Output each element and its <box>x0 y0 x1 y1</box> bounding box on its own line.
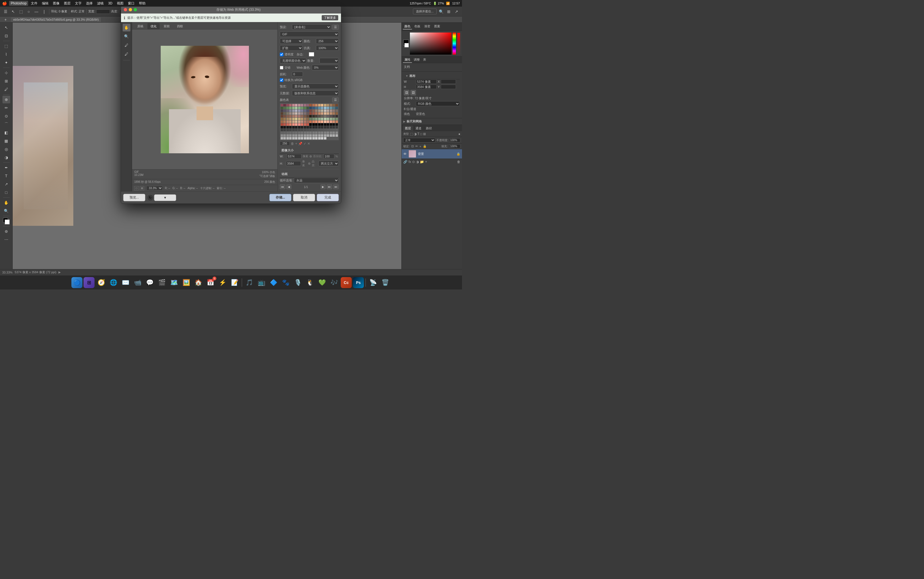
color-cell[interactable] <box>309 112 312 115</box>
ct-trash-icon[interactable]: 🗑 <box>291 142 294 146</box>
color-cell[interactable] <box>333 110 335 112</box>
dlg-tool-zoom[interactable]: 🔍 <box>122 33 131 40</box>
color-cell[interactable] <box>292 118 295 120</box>
color-cell[interactable] <box>324 118 327 120</box>
color-cell[interactable] <box>298 137 300 139</box>
color-cell[interactable] <box>321 104 323 106</box>
color-cell[interactable] <box>289 104 292 106</box>
color-cell[interactable] <box>315 129 318 131</box>
color-cell[interactable] <box>330 110 332 112</box>
color-cell[interactable] <box>298 115 300 118</box>
color-cell[interactable] <box>330 115 332 118</box>
websnap-select[interactable]: 0% <box>312 65 339 70</box>
color-cell[interactable] <box>327 131 329 134</box>
color-cell[interactable] <box>301 121 303 123</box>
quality-select[interactable]: 两次立方 <box>318 161 339 166</box>
color-cell[interactable] <box>318 134 321 137</box>
done-btn[interactable]: 完成 <box>317 194 339 201</box>
color-cell[interactable] <box>309 115 312 118</box>
color-cell[interactable] <box>321 112 323 115</box>
color-cell[interactable] <box>289 110 292 112</box>
color-cell[interactable] <box>327 107 329 109</box>
color-cell[interactable] <box>304 112 306 115</box>
color-cell[interactable] <box>324 115 327 118</box>
color-cell[interactable] <box>295 134 297 137</box>
color-cell[interactable] <box>281 129 283 131</box>
color-cell[interactable] <box>292 107 295 109</box>
simulate-select[interactable]: 100% <box>316 45 339 51</box>
color-cell[interactable] <box>324 131 327 134</box>
color-cell[interactable] <box>309 137 312 139</box>
color-cell[interactable] <box>295 129 297 131</box>
menu-file[interactable]: 文件 <box>29 0 39 7</box>
color-cell[interactable] <box>292 112 295 115</box>
color-cell[interactable] <box>283 112 286 115</box>
color-cell[interactable] <box>304 137 306 139</box>
color-cell[interactable] <box>283 115 286 118</box>
color-cell[interactable] <box>321 107 323 109</box>
percent-input[interactable] <box>323 154 335 159</box>
color-cell[interactable] <box>312 129 315 131</box>
color-cell[interactable] <box>330 134 332 137</box>
color-cell[interactable] <box>301 123 303 126</box>
preview-tab-optimized[interactable]: 优化 <box>147 23 160 29</box>
color-cell[interactable] <box>304 129 306 131</box>
color-cell[interactable] <box>309 131 312 134</box>
color-cell[interactable] <box>333 118 335 120</box>
color-cell[interactable] <box>324 107 327 109</box>
dlg-tool-hand[interactable]: ✋ <box>122 24 131 31</box>
color-cell[interactable] <box>335 131 338 134</box>
color-cell[interactable] <box>298 118 300 120</box>
amount-select[interactable] <box>320 58 339 64</box>
color-cell[interactable] <box>321 115 323 118</box>
preview-image-area[interactable] <box>132 29 277 169</box>
color-cell[interactable] <box>286 123 289 126</box>
color-cell[interactable] <box>292 121 295 123</box>
color-cell[interactable] <box>309 110 312 112</box>
color-cell[interactable] <box>335 112 338 115</box>
ct-delete-icon[interactable]: ✕ <box>307 142 310 146</box>
color-cell[interactable] <box>327 104 329 106</box>
color-cell[interactable] <box>301 129 303 131</box>
color-cell[interactable] <box>301 104 303 106</box>
color-cell[interactable] <box>304 121 306 123</box>
view-icon1[interactable]: □ <box>134 186 139 191</box>
color-cell[interactable] <box>295 137 297 139</box>
color-cell[interactable] <box>286 118 289 120</box>
color-cell[interactable] <box>283 121 286 123</box>
color-cell[interactable] <box>286 112 289 115</box>
color-cell[interactable] <box>292 134 295 137</box>
color-cell[interactable] <box>307 131 309 134</box>
dlg-tool-eyedropper[interactable]: 🖊 <box>122 41 131 49</box>
color-cell[interactable] <box>327 110 329 112</box>
color-reduce-select[interactable]: 可选择 <box>280 38 303 44</box>
colors-select[interactable]: 256 <box>316 38 339 44</box>
color-cell[interactable] <box>289 129 292 131</box>
preview-btn[interactable]: 预览... <box>123 194 145 201</box>
color-cell[interactable] <box>281 115 283 118</box>
color-cell[interactable] <box>324 126 327 129</box>
color-cell[interactable] <box>330 123 332 126</box>
color-cell[interactable] <box>327 126 329 129</box>
srgb-check[interactable] <box>280 78 283 82</box>
menu-window[interactable]: 窗口 <box>126 0 136 7</box>
interlace-check[interactable] <box>280 66 283 69</box>
color-cell[interactable] <box>333 131 335 134</box>
color-cell[interactable] <box>335 118 338 120</box>
color-cell[interactable] <box>295 118 297 120</box>
dlg-tool-eyedropper2[interactable]: 🖊 <box>122 50 131 58</box>
color-cell[interactable] <box>312 107 315 109</box>
color-cell[interactable] <box>330 112 332 115</box>
color-cell[interactable] <box>312 134 315 137</box>
color-cell[interactable] <box>335 126 338 129</box>
color-cell[interactable] <box>307 118 309 120</box>
color-cell[interactable] <box>333 115 335 118</box>
color-cell[interactable] <box>309 134 312 137</box>
color-cell[interactable] <box>295 126 297 129</box>
color-cell[interactable] <box>315 110 318 112</box>
apple-menu[interactable]: 🍎 <box>2 1 7 5</box>
color-cell[interactable] <box>309 123 312 126</box>
color-cell[interactable] <box>283 123 286 126</box>
minimize-button[interactable] <box>129 8 132 11</box>
color-cell[interactable] <box>335 104 338 106</box>
